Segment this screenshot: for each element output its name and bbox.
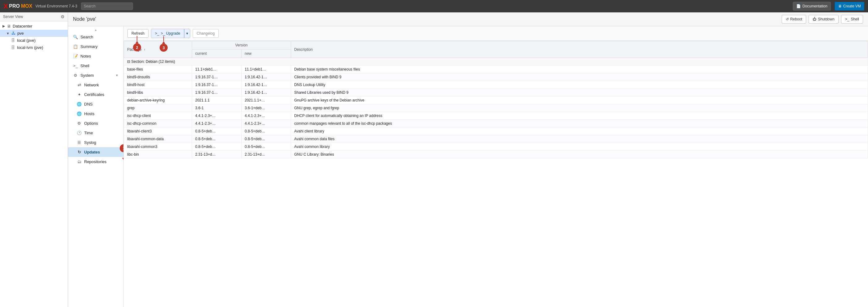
nav-item-summary[interactable]: 📋 Summary bbox=[68, 42, 123, 51]
nav-item-system[interactable]: ⚙ System ▼ bbox=[68, 70, 123, 80]
header-buttons: ↺ Reboot ⏻ Shutdown >_ Shell bbox=[782, 15, 863, 24]
cell-current: 1:9.16.37-1… bbox=[192, 81, 242, 89]
system-icon: ⚙ bbox=[73, 73, 78, 78]
nav-item-hosts[interactable]: 🌐 Hosts bbox=[68, 109, 123, 119]
gear-icon[interactable]: ⚙ bbox=[61, 14, 65, 19]
sidebar-item-local-pve[interactable]: 🗄 local (pve) bbox=[0, 37, 68, 44]
nav-label-syslog: Syslog bbox=[84, 140, 96, 145]
content-header: Node 'pve' ↺ Reboot ⏻ Shutdown >_ Shell bbox=[68, 12, 868, 26]
cell-description: GNU grep, egrep and fgrep bbox=[291, 104, 868, 112]
table-row: libavahi-common3 0.8-5+deb… 0.8-5+deb… A… bbox=[124, 143, 868, 151]
packages-table: Package ↑ Version Description current ne… bbox=[124, 41, 868, 158]
sidebar-header: Server View ⚙ bbox=[0, 12, 68, 21]
nav-item-search[interactable]: 🔍 Search bbox=[68, 32, 123, 42]
cell-description: DNS Lookup Utility bbox=[291, 81, 868, 89]
top-search-input[interactable] bbox=[81, 2, 133, 10]
table-header: Package ↑ Version Description current ne… bbox=[124, 41, 868, 58]
col-header-description: Description bbox=[291, 41, 868, 58]
cell-description: Debian base system miscellaneous files bbox=[291, 66, 868, 73]
cell-description: Avahi common library bbox=[291, 143, 868, 151]
nav-item-options[interactable]: ⚙ Options bbox=[68, 119, 123, 128]
cell-current: 11.1+deb1… bbox=[192, 66, 242, 73]
nav-item-time[interactable]: 🕐 Time bbox=[68, 128, 123, 138]
cell-new: 11.1+deb1… bbox=[242, 66, 291, 73]
group-label: ⊟ Section: Debian (12 items) bbox=[124, 58, 868, 66]
table-row: bind9-dnsutils 1:9.16.37-1… 1:9.16.42-1…… bbox=[124, 73, 868, 81]
nav-item-network[interactable]: ⇄ Network bbox=[68, 80, 123, 90]
table-row: bind9-libs 1:9.16.37-1… 1:9.16.42-1… Sha… bbox=[124, 89, 868, 97]
upgrade-btn-group: >_ >_ Upgrade ▾ bbox=[151, 29, 190, 38]
cell-new: 1:9.16.42-1… bbox=[242, 73, 291, 81]
syslog-icon: ☰ bbox=[77, 140, 82, 145]
table-row: libc-bin 2.31-13+d… 2.31-13+d… GNU C Lib… bbox=[124, 151, 868, 158]
shell-icon: >_ bbox=[73, 63, 78, 68]
nav-item-updates[interactable]: ↻ Updates 1 bbox=[68, 147, 123, 157]
updates-toolbar: Refresh 2 >_ >_ Upgra bbox=[124, 26, 868, 41]
sort-icon: ↑ bbox=[144, 48, 145, 51]
hosts-icon: 🌐 bbox=[77, 112, 82, 116]
network-icon: ⇄ bbox=[77, 83, 82, 87]
logo: X PRO MOX Virtual Environment 7.4-3 bbox=[4, 3, 78, 10]
cell-package: isc-dhcp-client bbox=[124, 112, 192, 120]
cell-current: 4.4.1-2.3+… bbox=[192, 112, 242, 120]
cell-new: 4.4.1-2.3+… bbox=[242, 120, 291, 127]
power-icon: ⏻ bbox=[813, 17, 816, 21]
cell-package: bind9-libs bbox=[124, 89, 192, 97]
nav-item-dns[interactable]: 🌐 DNS bbox=[68, 99, 123, 109]
table-row: base-files 11.1+deb1… 11.1+deb1… Debian … bbox=[124, 66, 868, 73]
time-icon: 🕐 bbox=[77, 131, 82, 135]
cell-description: GnuPG archive keys of the Debian archive bbox=[291, 97, 868, 104]
shutdown-button[interactable]: ⏻ Shutdown bbox=[809, 15, 838, 24]
upgrade-container: >_ >_ Upgrade ▾ 3 bbox=[151, 29, 190, 38]
table-row: isc-dhcp-common 4.4.1-2.3+… 4.4.1-2.3+… … bbox=[124, 120, 868, 127]
sidebar-item-pve[interactable]: ▼ 🖧 pve bbox=[0, 30, 68, 37]
docs-icon: 📄 bbox=[796, 4, 801, 8]
upgrade-button[interactable]: >_ >_ Upgrade bbox=[151, 29, 184, 38]
sidebar-item-local-lvm-pve[interactable]: 🗄 local-lvm (pve) bbox=[0, 44, 68, 51]
server-icon: 🖥 bbox=[7, 24, 11, 28]
notes-icon: 📝 bbox=[73, 54, 78, 59]
cell-new: 2.31-13+d… bbox=[242, 151, 291, 158]
cell-package: libavahi-common-data bbox=[124, 135, 192, 143]
nav-label-system: System bbox=[81, 73, 94, 78]
cell-package: base-files bbox=[124, 66, 192, 73]
table-row: libavahi-client3 0.8-5+deb… 0.8-5+deb… A… bbox=[124, 127, 868, 135]
cell-description: GNU C Library: Binaries bbox=[291, 151, 868, 158]
terminal-icon-upgrade: >_ bbox=[155, 31, 159, 36]
nav-item-notes[interactable]: 📝 Notes bbox=[68, 51, 123, 61]
table-row: grep 3.6-1 3.6-1+deb… GNU grep, egrep an… bbox=[124, 104, 868, 112]
cell-new: 1:9.16.42-1… bbox=[242, 81, 291, 89]
documentation-button[interactable]: 📄 Documentation bbox=[793, 2, 831, 10]
cell-package: libavahi-client3 bbox=[124, 127, 192, 135]
updates-icon: ↻ bbox=[77, 150, 82, 154]
updates-panel: Refresh 2 >_ >_ Upgra bbox=[124, 26, 868, 307]
create-vm-button[interactable]: 🖥 Create VM bbox=[835, 2, 864, 10]
upgrade-dropdown-button[interactable]: ▾ bbox=[184, 29, 190, 38]
cell-description: Avahi client library bbox=[291, 127, 868, 135]
table-body: ⊟ Section: Debian (12 items) base-files … bbox=[124, 58, 868, 158]
monitor-icon: 🖥 bbox=[838, 4, 842, 8]
nav-item-repositories[interactable]: 🗂 Repositories bbox=[68, 157, 123, 166]
sidebar-item-datacenter[interactable]: ▶ 🖥 Datacenter bbox=[0, 23, 68, 30]
reboot-button[interactable]: ↺ Reboot bbox=[782, 15, 806, 24]
sidebar-view-label: Server View bbox=[3, 14, 23, 19]
sidebar-tree: ▶ 🖥 Datacenter ▼ 🖧 pve 🗄 local (pve) 🗄 l… bbox=[0, 21, 68, 307]
nav-item-syslog[interactable]: ☰ Syslog bbox=[68, 138, 123, 147]
nav-item-certificates[interactable]: ✦ Certificates bbox=[68, 90, 123, 99]
local-lvm-icon: 🗄 bbox=[11, 45, 15, 50]
local-lvm-pve-label: local-lvm (pve) bbox=[17, 45, 43, 50]
cell-description: Shared Libraries used by BIND 9 bbox=[291, 89, 868, 97]
cell-new: 0.8-5+deb… bbox=[242, 127, 291, 135]
changelog-button[interactable]: Changelog bbox=[193, 29, 219, 38]
cell-package: bind9-dnsutils bbox=[124, 73, 192, 81]
cell-new: 3.6-1+deb… bbox=[242, 104, 291, 112]
nav-label-search: Search bbox=[81, 35, 93, 39]
nav-item-shell[interactable]: >_ Shell bbox=[68, 61, 123, 70]
cell-package: libavahi-common3 bbox=[124, 143, 192, 151]
shell-button[interactable]: >_ Shell bbox=[841, 15, 863, 24]
scroll-up-indicator: ▲ bbox=[68, 28, 123, 32]
nav-label-repositories: Repositories bbox=[84, 159, 106, 164]
logo-prox: PRO bbox=[9, 3, 20, 9]
nav-label-hosts: Hosts bbox=[84, 112, 94, 116]
content-area: Node 'pve' ↺ Reboot ⏻ Shutdown >_ Shell bbox=[68, 12, 868, 307]
